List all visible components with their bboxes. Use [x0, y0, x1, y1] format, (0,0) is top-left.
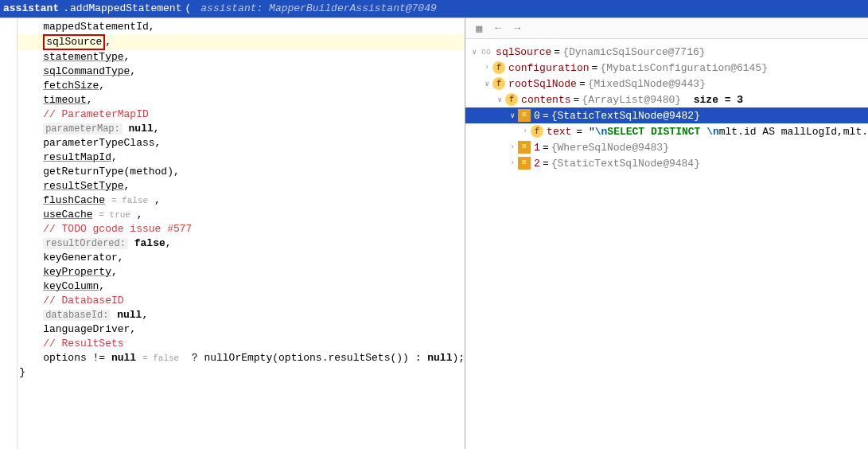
code-line[interactable]: timeout,: [18, 93, 465, 107]
code-comment: // ParameterMapID: [18, 107, 465, 122]
frame-method: addMappedStatement: [70, 2, 181, 14]
tree-row[interactable]: ∨ f contents = {ArrayList@9480} size = 3: [465, 92, 868, 107]
code-line[interactable]: }: [18, 365, 465, 380]
chevron-right-icon[interactable]: ›: [507, 159, 518, 167]
code-line[interactable]: parameterMap: null,: [18, 122, 465, 136]
field-icon: f: [505, 93, 518, 106]
code-comment: // ResultSets: [18, 337, 465, 351]
code-line[interactable]: mappedStatementId,: [18, 20, 465, 34]
field-icon: f: [492, 61, 505, 74]
chevron-down-icon[interactable]: ∨: [507, 111, 518, 120]
nav-back-icon[interactable]: ←: [491, 21, 505, 36]
code-comment: // DatabaseID: [18, 294, 465, 308]
nav-forward-icon[interactable]: →: [510, 21, 524, 36]
code-pane[interactable]: mappedStatementId, sqlSource, statementT…: [0, 18, 465, 449]
code-line[interactable]: useCache = true ,: [18, 208, 465, 222]
field-icon: f: [492, 77, 505, 90]
index-icon: ≡: [518, 157, 531, 170]
frame-object: assistant: [3, 2, 59, 14]
code-line[interactable]: sqlCommandType,: [18, 64, 465, 79]
code-line[interactable]: fetchSize,: [18, 79, 465, 93]
code-line[interactable]: databaseId: null,: [18, 308, 465, 322]
tree-row[interactable]: › f configuration = {MybatisConfiguratio…: [465, 60, 868, 76]
chevron-down-icon[interactable]: ∨: [494, 96, 505, 104]
highlighted-token[interactable]: sqlSource: [43, 34, 105, 50]
code-line[interactable]: flushCache = false ,: [18, 193, 465, 208]
chevron-right-icon[interactable]: ›: [520, 127, 531, 135]
debug-variables-pane[interactable]: ▦ ← → ∨ oo sqlSource = {DynamicSqlSource…: [465, 18, 868, 449]
code-line-current[interactable]: sqlSource,: [18, 34, 465, 50]
debug-frame-bar: assistant.addMappedStatement( assistant:…: [0, 0, 868, 18]
chevron-right-icon[interactable]: ›: [481, 64, 492, 72]
debug-toolbar: ▦ ← →: [465, 18, 868, 39]
code-line[interactable]: getReturnType(method),: [18, 165, 465, 179]
chevron-down-icon[interactable]: ∨: [481, 80, 492, 88]
tree-row[interactable]: › f text = "\nSELECT DISTINCT \nmlt.id A…: [465, 123, 868, 139]
tree-row-root[interactable]: ∨ oo sqlSource = {DynamicSqlSource@7716}: [465, 44, 868, 60]
tree-row-selected[interactable]: ∨ ≡ 0 = {StaticTextSqlNode@9482}: [465, 107, 868, 123]
layout-icon[interactable]: ▦: [472, 21, 486, 36]
code-line[interactable]: statementType,: [18, 50, 465, 64]
code-line[interactable]: keyProperty,: [18, 265, 465, 279]
code-comment: // TODO gcode issue #577: [18, 222, 465, 236]
tree-row[interactable]: › ≡ 2 = {StaticTextSqlNode@9484}: [465, 155, 868, 171]
field-icon: f: [531, 125, 543, 138]
index-icon: ≡: [518, 109, 531, 122]
code-line[interactable]: keyColumn,: [18, 279, 465, 294]
code-line[interactable]: parameterTypeClass,: [18, 136, 465, 150]
glasses-icon: oo: [480, 45, 492, 58]
chevron-right-icon[interactable]: ›: [507, 143, 518, 151]
code-line[interactable]: keyGenerator,: [18, 251, 465, 265]
code-line[interactable]: resultOrdered: false,: [18, 236, 465, 251]
variable-tree[interactable]: ∨ oo sqlSource = {DynamicSqlSource@7716}…: [465, 39, 868, 449]
tree-row[interactable]: ∨ f rootSqlNode = {MixedSqlNode@9443}: [465, 76, 868, 92]
code-line[interactable]: resultSetType,: [18, 179, 465, 193]
index-icon: ≡: [518, 141, 531, 154]
gutter[interactable]: [0, 18, 18, 449]
code-line[interactable]: resultMapId,: [18, 150, 465, 165]
inlay-hint: assistant: MapperBuilderAssistant@7049: [200, 2, 436, 14]
chevron-down-icon[interactable]: ∨: [469, 48, 480, 57]
code-line[interactable]: languageDriver,: [18, 322, 465, 337]
tree-row[interactable]: › ≡ 1 = {WhereSqlNode@9483}: [465, 139, 868, 155]
code-line[interactable]: options != null = false ? nullOrEmpty(op…: [18, 351, 465, 365]
